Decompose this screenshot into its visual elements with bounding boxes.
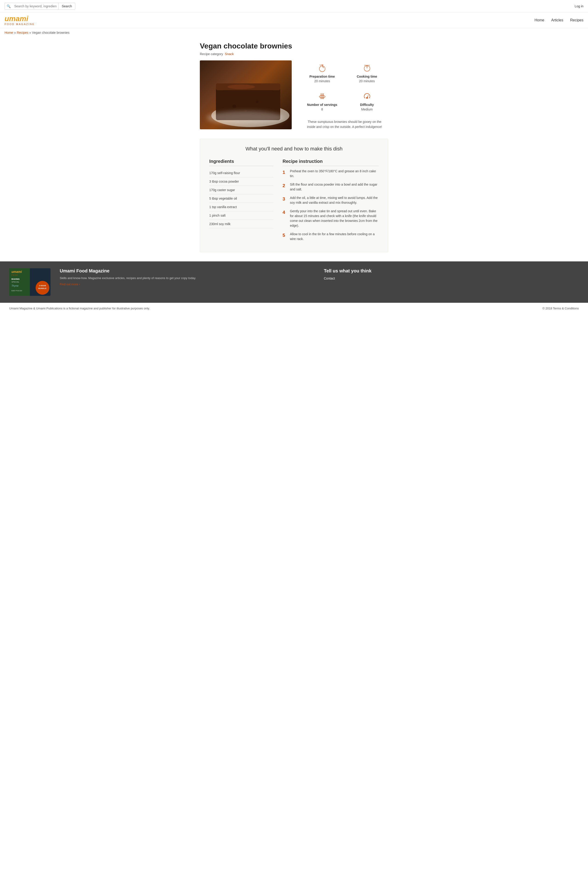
recipe-instructions-heading: Recipe instruction <box>283 159 379 166</box>
step-text: Gently pour into the cake tin and spread… <box>290 209 379 228</box>
step-text: Allow to cool in the tin for a few minut… <box>290 232 379 241</box>
two-col-layout: Ingredients 170g self-raising flour 3 tb… <box>209 159 379 245</box>
cook-time-item: Cooking time 20 minutes <box>346 60 388 86</box>
breadcrumb-current: Vegan chocolate brownies <box>32 31 69 34</box>
list-item: 5 tbsp vegetable oil <box>209 194 273 203</box>
breadcrumb: Home » Recipes » Vegan chocolate brownie… <box>0 28 588 37</box>
svg-line-12 <box>320 65 321 66</box>
recipe-category-link[interactable]: Snack <box>225 52 234 56</box>
footer-feedback-title: Tell us what you think <box>324 268 579 274</box>
search-area: 🔍 Search <box>4 3 75 10</box>
main-nav: umami FOOD MAGAZINE Home Articles Recipe… <box>0 13 588 28</box>
footer-bottom: Umami Magazine & Umami Publications is a… <box>0 303 588 314</box>
svg-point-11 <box>319 66 325 72</box>
difficulty-value: Medium <box>348 108 386 111</box>
footer-feedback: Tell us what you think Contact <box>324 268 579 280</box>
prep-icon <box>303 64 341 73</box>
nav-recipes[interactable]: Recipes <box>570 18 584 22</box>
prep-value: 20 minutes <box>303 79 341 83</box>
svg-text:FOOD: FOOD <box>12 274 18 276</box>
list-item: 5 Allow to cool in the tin for a few min… <box>283 232 379 241</box>
instructions-title: What you'll need and how to make this di… <box>209 146 379 152</box>
cook-icon <box>348 64 386 73</box>
ingredients-section: Ingredients 170g self-raising flour 3 tb… <box>209 159 273 245</box>
footer-contact-link[interactable]: Contact <box>324 277 335 280</box>
nav-home[interactable]: Home <box>534 18 545 22</box>
footer-bottom-right: © 2018 Terms & Conditions <box>543 307 579 310</box>
list-item: 2 Sift the flour and cocoa powder into a… <box>283 182 379 192</box>
top-bar: 🔍 Search Log in <box>0 0 588 13</box>
logo-text: umami <box>4 15 35 22</box>
servings-value: 8 <box>303 108 341 111</box>
step-number: 5 <box>283 232 287 241</box>
svg-text:3 ISSUE: 3 ISSUE <box>39 284 46 287</box>
step-text: Sift the flour and cocoa powder into a b… <box>290 182 379 192</box>
breadcrumb-home[interactable]: Home <box>4 31 13 34</box>
list-item: 230ml soy milk <box>209 220 273 228</box>
list-item: 1 pinch salt <box>209 211 273 220</box>
servings-icon <box>303 92 341 102</box>
recipe-description: These sumptuous brownies should be gooey… <box>301 117 388 132</box>
instructions-section: What you'll need and how to make this di… <box>200 139 388 252</box>
footer-find-out-more[interactable]: Find out more › <box>60 283 80 286</box>
nav-links: Home Articles Recipes <box>534 18 584 22</box>
nav-articles[interactable]: Articles <box>551 18 563 22</box>
recipe-instructions: Recipe instruction 1 Preheat the oven to… <box>283 159 379 245</box>
svg-point-14 <box>366 65 368 67</box>
svg-point-5 <box>227 85 255 89</box>
search-icon: 🔍 <box>5 3 12 9</box>
list-item: 1 Preheat the oven to 350°F/180°C and gr… <box>283 169 379 178</box>
logo-area: umami FOOD MAGAZINE <box>4 15 35 25</box>
list-item: 170g self-raising flour <box>209 169 273 177</box>
list-item: 3 tbsp cocoa powder <box>209 177 273 186</box>
list-item: 3 Add the oil, a little at time, mixing … <box>283 196 379 205</box>
recipe-header: Preparation time 20 minutes Cooking time… <box>200 60 388 132</box>
step-number: 1 <box>283 169 287 178</box>
footer-mag-description: Skills and know-how. Magazine exclusive … <box>60 276 315 280</box>
list-item: 1 tsp vanilla extract <box>209 203 273 211</box>
recipe-title: Vegan chocolate brownies <box>200 42 388 50</box>
login-link[interactable]: Log in <box>575 4 584 8</box>
svg-text:BUNDLE!: BUNDLE! <box>38 287 46 289</box>
step-number: 2 <box>283 182 287 192</box>
footer-main: umami FOOD BAKING SPECIAL Thyme EASY PLN… <box>0 261 588 303</box>
ingredient-list: 170g self-raising flour 3 tbsp cocoa pow… <box>209 169 273 228</box>
step-number: 3 <box>283 196 287 205</box>
logo-sub: FOOD MAGAZINE <box>4 23 35 25</box>
search-input[interactable] <box>12 3 58 9</box>
svg-point-21 <box>367 97 368 99</box>
svg-point-7 <box>256 100 259 103</box>
svg-text:umami: umami <box>12 270 22 274</box>
difficulty-item: Difficulty Medium <box>346 89 388 115</box>
footer-mag-info: Umami Food Magazine Skills and know-how.… <box>60 268 315 286</box>
svg-text:SPECIAL: SPECIAL <box>12 281 19 283</box>
recipe-category: Recipe category Snack <box>200 52 388 56</box>
svg-text:Thyme: Thyme <box>12 284 19 287</box>
cook-label: Cooking time <box>348 75 386 78</box>
servings-item: Number of servings 8 <box>301 89 343 115</box>
step-text: Add the oil, a little at time, mixing we… <box>290 196 379 205</box>
servings-label: Number of servings <box>303 103 341 106</box>
list-item: 170g caster sugar <box>209 186 273 194</box>
step-number: 4 <box>283 209 287 228</box>
prep-label: Preparation time <box>303 75 341 78</box>
content-area: Vegan chocolate brownies Recipe category… <box>191 37 397 261</box>
svg-text:BAKING: BAKING <box>12 278 20 280</box>
list-item: 4 Gently pour into the cake tin and spre… <box>283 209 379 228</box>
footer-mag-title: Umami Food Magazine <box>60 268 315 274</box>
difficulty-icon <box>348 92 386 102</box>
difficulty-label: Difficulty <box>348 103 386 106</box>
recipe-image <box>200 60 292 129</box>
step-text: Preheat the oven to 350°F/180°C and grea… <box>290 169 379 178</box>
svg-text:EASY PLN DO: EASY PLN DO <box>12 290 22 292</box>
footer-bottom-left: Umami Magazine & Umami Publications is a… <box>9 307 150 310</box>
svg-point-6 <box>232 105 236 108</box>
cook-value: 20 minutes <box>348 79 386 83</box>
prep-time-item: Preparation time 20 minutes <box>301 60 343 86</box>
svg-point-8 <box>245 110 247 112</box>
ingredients-heading: Ingredients <box>209 159 273 166</box>
footer-magazine-image: umami FOOD BAKING SPECIAL Thyme EASY PLN… <box>9 268 51 296</box>
recipe-meta: Preparation time 20 minutes Cooking time… <box>301 60 388 132</box>
search-button[interactable]: Search <box>58 3 75 9</box>
breadcrumb-recipes[interactable]: Recipes <box>17 31 28 34</box>
